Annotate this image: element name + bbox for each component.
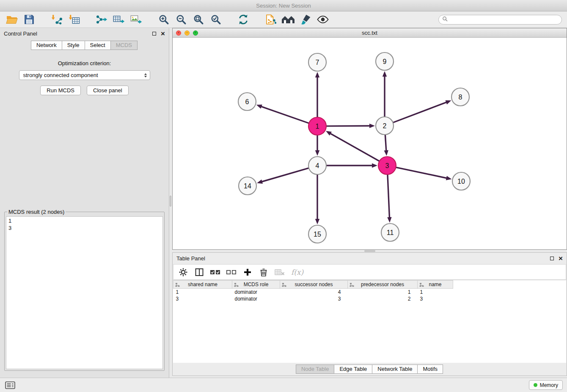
table-cell[interactable]: 3 <box>280 295 348 302</box>
export-network-button[interactable] <box>95 13 108 26</box>
search-box[interactable] <box>438 15 562 25</box>
tab-style[interactable]: Style <box>62 41 85 50</box>
close-panel-icon[interactable]: × <box>161 30 165 37</box>
graph-node-9[interactable]: 9 <box>376 52 394 70</box>
table-cell[interactable]: dominator <box>232 295 280 302</box>
export-table-icon <box>113 14 125 25</box>
edge-2-3[interactable] <box>385 134 386 151</box>
table-splitter[interactable] <box>172 250 567 252</box>
optimization-dropdown[interactable]: strongly connected component <box>19 70 150 80</box>
column-header-name[interactable]: name <box>418 281 453 289</box>
mcds-result-group: MCDS result (2 nodes) 1 3 <box>4 209 165 371</box>
graph-node-3[interactable]: 3 <box>378 157 396 174</box>
zoom-selected-button[interactable] <box>209 13 223 26</box>
graph-node-10[interactable]: 10 <box>452 172 470 190</box>
mcds-result-text[interactable]: 1 3 <box>6 216 163 369</box>
delete-table-button[interactable] <box>273 266 286 279</box>
export-image-button[interactable] <box>129 13 143 26</box>
network-document-button[interactable] <box>264 13 278 26</box>
edge-1-6[interactable] <box>261 106 310 124</box>
function-builder-button[interactable]: f(x) <box>291 268 303 276</box>
tab-node-table[interactable]: Node Table <box>296 364 335 374</box>
edge-3-1[interactable] <box>330 133 380 162</box>
network-canvas[interactable]: 7968124314101511 <box>173 38 567 249</box>
task-history-button[interactable] <box>4 381 16 390</box>
dropdown-value: strongly connected component <box>23 72 144 78</box>
close-panel-button[interactable]: Close panel <box>87 86 129 95</box>
table-cell[interactable]: 1 <box>418 289 453 296</box>
table-cell[interactable]: 1 <box>173 289 232 296</box>
edge-2-8[interactable] <box>392 102 447 123</box>
import-table-button[interactable] <box>67 13 81 26</box>
column-header-predecessor-nodes[interactable]: predecessor nodes <box>348 281 418 289</box>
table-cell[interactable]: 1 <box>348 289 418 296</box>
export-table-button[interactable] <box>112 13 126 26</box>
open-session-button[interactable] <box>5 13 19 26</box>
apply-layout-button[interactable] <box>237 13 250 26</box>
graph-node-6[interactable]: 6 <box>238 93 256 110</box>
table-cell[interactable]: 3 <box>418 295 453 302</box>
column-header-mcds-role[interactable]: MCDS role <box>232 281 280 289</box>
column-header-successor-nodes[interactable]: successor nodes <box>280 281 348 289</box>
graph-node-7[interactable]: 7 <box>308 53 326 71</box>
tab-select[interactable]: Select <box>85 41 111 50</box>
save-session-button[interactable] <box>22 13 36 26</box>
table-cell[interactable]: dominator <box>232 289 280 296</box>
graph-node-2[interactable]: 2 <box>376 117 394 135</box>
splitter-grip[interactable] <box>364 250 375 252</box>
table-row[interactable]: 1dominator411 <box>173 289 567 296</box>
edge-arrow-icon <box>326 131 332 135</box>
float-table-panel-icon[interactable] <box>550 257 554 260</box>
select-all-columns-button[interactable] <box>209 266 222 279</box>
edge-4-14[interactable] <box>261 168 310 182</box>
table-settings-icon <box>179 268 188 277</box>
graph-node-14[interactable]: 14 <box>239 177 256 195</box>
float-panel-icon[interactable] <box>152 32 156 36</box>
zoom-window-icon[interactable]: + <box>193 30 198 36</box>
paint-button[interactable] <box>299 13 312 26</box>
zoom-in-button[interactable] <box>157 13 171 26</box>
table-panel-title: Table Panel <box>176 255 550 262</box>
deselect-all-columns-icon <box>226 268 237 276</box>
home-icon <box>281 14 295 25</box>
close-table-panel-icon[interactable]: × <box>559 255 563 262</box>
tab-motifs[interactable]: Motifs <box>417 364 443 374</box>
splitter-grip[interactable] <box>170 196 171 207</box>
import-network-button[interactable] <box>50 13 63 26</box>
table-settings-button[interactable] <box>177 266 190 279</box>
tab-network-table[interactable]: Network Table <box>372 364 418 374</box>
column-header-shared-name[interactable]: shared name <box>173 281 232 289</box>
network-window-titlebar[interactable]: × − + scc.txt <box>173 28 567 38</box>
edge-3-11[interactable] <box>388 174 390 218</box>
graph-node-8[interactable]: 8 <box>451 88 469 106</box>
optimization-label: Optimization criterion: <box>0 60 169 66</box>
run-mcds-button[interactable]: Run MCDS <box>40 86 81 95</box>
eye-button[interactable] <box>316 13 330 26</box>
table-cell[interactable]: 4 <box>280 289 348 296</box>
table-cell[interactable]: 2 <box>348 295 418 302</box>
tab-network[interactable]: Network <box>31 41 62 50</box>
network-graph[interactable]: 7968124314101511 <box>173 38 566 249</box>
panel-splitter[interactable] <box>169 28 172 378</box>
zoom-out-button[interactable] <box>174 13 188 26</box>
graph-node-15[interactable]: 15 <box>308 225 326 243</box>
home-button[interactable] <box>281 13 295 26</box>
minimize-window-icon[interactable]: − <box>184 30 190 36</box>
graph-node-1[interactable]: 1 <box>308 117 326 135</box>
table-row[interactable]: 3dominator323 <box>173 295 567 302</box>
add-row-button[interactable] <box>241 266 254 279</box>
edge-3-10[interactable] <box>395 167 447 178</box>
memory-button[interactable]: Memory <box>529 380 563 390</box>
split-table-button[interactable] <box>193 266 206 279</box>
zoom-fit-button[interactable] <box>192 13 205 26</box>
graph-node-4[interactable]: 4 <box>308 157 326 174</box>
tab-mcds[interactable]: MCDS <box>110 41 138 50</box>
search-input[interactable] <box>450 15 558 24</box>
graph-node-11[interactable]: 11 <box>381 224 399 241</box>
edge-1-2[interactable] <box>325 126 370 126</box>
table-cell[interactable]: 3 <box>173 295 232 302</box>
delete-row-button[interactable] <box>257 266 270 279</box>
deselect-all-columns-button[interactable] <box>225 266 238 279</box>
tab-edge-table[interactable]: Edge Table <box>334 364 372 374</box>
close-window-icon[interactable]: × <box>176 30 181 36</box>
